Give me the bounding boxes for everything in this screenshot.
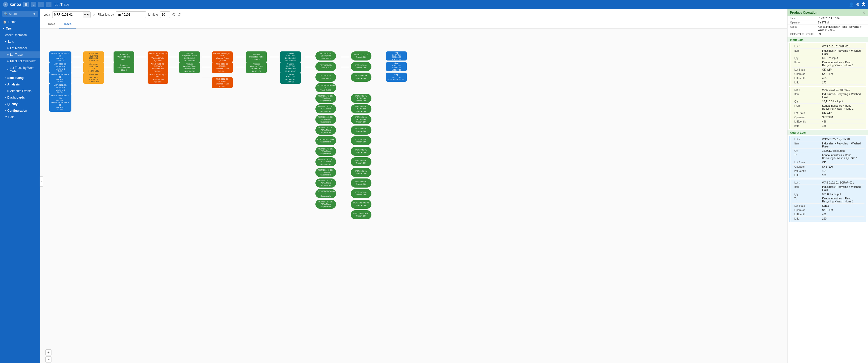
il1-qty-row: Qty 60.0 lbs input — [792, 56, 865, 60]
node-pet101-3[interactable]: PET1101-01- Truck A-001 — [315, 73, 336, 82]
node-pet-c10-12[interactable]: PET1021-01 Truck A-000 — [351, 178, 371, 188]
home-nav-btn[interactable]: ⌂ — [31, 2, 36, 7]
node-pet-r12[interactable]: PET4101-41-001 PETA Flake Supersacks — [315, 168, 336, 177]
sidebar-item-lot-manager[interactable]: Lot Manager — [0, 45, 40, 52]
node-mrf0101-01-3[interactable]: MRF-0101-01-MRF-01- Mix Bits 1 78.9 lbs — [49, 73, 71, 84]
node-consume-1[interactable]: Consume SYSTEM 2023-01-02 14:34:50.767 — [83, 52, 104, 63]
sidebar-item-dashboards[interactable]: › Dashboards — [0, 94, 40, 101]
tab-trace[interactable]: Trace — [59, 20, 76, 29]
filter-input[interactable] — [116, 11, 146, 18]
node-was0102-scrap-qc[interactable]: WAS-0102-01-SCRAP- Washed Flake QC Site … — [212, 77, 232, 88]
sign-out-icon[interactable]: ⏻ — [862, 2, 866, 7]
sidebar-item-analysis[interactable]: › Analysis — [0, 81, 40, 88]
node-consume-3[interactable]: Consume Mix Line 1 2023-01-02 14:37:84.9… — [83, 73, 104, 84]
node-produce-inspect-2[interactable]: Produce Washed Flake 2023-01-02 14:37:84… — [179, 62, 200, 73]
node-transfer-denon-2[interactable]: Transfer SYSTEM 2023-01-02 15:10:35.87 — [280, 62, 301, 73]
node-pet-r11[interactable]: PET4202-41-001 PETA Flake Supersacks — [315, 157, 336, 166]
node-was0101-01-wip-1[interactable]: WAS-0101-01-QC1-001 Washed Flake QC Site — [148, 52, 168, 63]
node-ship-3[interactable]: Ship SYSTEM 2023-01-23 13:57:15.7 — [386, 73, 407, 82]
node-was0101-scrap-1[interactable]: WAS-0101-01-SCRAP- Washed Flake QC Site … — [148, 62, 168, 73]
user-icon[interactable]: 👤 — [849, 2, 854, 7]
lot-input[interactable] — [53, 11, 83, 18]
node-ship-2[interactable]: Ship SYSTEM 2023-01-23 15:59:44.16 — [386, 62, 407, 71]
zoom-in-btn[interactable]: + — [45, 350, 52, 356]
node-pet101-4[interactable]: PET1101-01-Denon 1- Truck A-001 — [315, 83, 336, 92]
main-area: Lot # ▾ ✕ Filter lots by Limit to ⊘ ↺ Ta… — [40, 9, 868, 363]
refresh-btn[interactable]: ↺ — [177, 12, 181, 17]
sidebar-item-attribute-events[interactable]: Attribute Events — [0, 88, 40, 94]
hamburger-menu-btn[interactable]: ☰ — [23, 2, 29, 7]
node-transfer-denon-1[interactable]: Transfer SYSTEM 2023-01-02 15:03:05.67 — [280, 52, 301, 63]
node-pet-r14[interactable]: PET1101-01-Denon 1 Supersacks — [315, 189, 336, 198]
node-pet-r15[interactable]: PET4101-01-001 PETA Flake Supersacks — [315, 200, 336, 209]
sidebar-collapse-btn[interactable]: ‹ — [40, 176, 43, 187]
node-pet-c10-10[interactable]: PET1021-01 Truck A-000 — [351, 157, 371, 166]
tab-table[interactable]: Table — [43, 20, 59, 29]
sidebar-item-lot-trace[interactable]: Lot Trace — [0, 52, 40, 58]
sidebar-item-scheduling[interactable]: › Scheduling — [0, 75, 40, 81]
node-pet-c10-1[interactable]: PET1021-01-01 Truck A-000 — [351, 52, 371, 61]
back-nav-btn[interactable]: ‹ — [38, 2, 44, 7]
node-pet-r7[interactable]: PET4101-41-001 PETA Flake Supersacks — [315, 115, 336, 124]
sidebar-item-ops[interactable]: ▾ Ops — [0, 25, 40, 32]
node-pet-c10-5[interactable]: PET1021-01 PETA Flake Truck A-000 — [351, 104, 371, 113]
sidebar-item-asset-operation[interactable]: Asset Operation — [0, 32, 40, 38]
node-produce-inspect-1[interactable]: Produce Inspected Flake 2023-01-02 13:14… — [179, 52, 200, 63]
node-pet-c10-6[interactable]: PET1021-01 PETA Flake Truck A-000 — [351, 115, 371, 124]
node-produce-washed-1[interactable]: Produce Washed Flake Line 1 — [114, 52, 134, 63]
stop-btn[interactable]: ⊘ — [172, 12, 175, 17]
node-pet-c10-14[interactable]: PET1102-20-204 Truck A-000 — [351, 200, 371, 209]
canvas-area[interactable]: MRF-0101-01-MRF-01- Mix Bits 1 123.4 lbs… — [40, 29, 868, 363]
eye-icon[interactable]: 👁 — [33, 12, 36, 15]
node-pet-c10-15[interactable]: PET1102-41-001 Truck A-000 — [351, 210, 371, 219]
node-pet-c10-8[interactable]: PET1021-01 Truck A-000 — [351, 136, 371, 145]
node-pet-c10-4[interactable]: PET1021-01 PETA Flake Truck A-000 — [351, 94, 371, 103]
node-consume-2[interactable]: Consume SYSTEM 2023-01-02 14:37:84.901 — [83, 62, 104, 73]
sidebar-item-configuration[interactable]: › Configuration — [0, 107, 40, 114]
sidebar-item-lots[interactable]: ▾ Lots — [0, 38, 40, 45]
node-mrf0101-01-6[interactable]: MRF-0101-01-MRF-01- Mix Bits 1 12.3 lbs — [49, 101, 71, 112]
node-was0101-01-qc-1[interactable]: WAS-0101-01-QC1-001 Washed Flake QC Site — [212, 52, 232, 63]
node-pet101-2[interactable]: PET1101-01- Truck A-001 — [315, 62, 336, 71]
node-was0102-01-wip-1[interactable]: WAS-0102-01-QC1-001 Washed Flake QC Site — [148, 73, 168, 84]
node-pet-c10-13[interactable]: PET1021-01 Truck A-000 — [351, 189, 371, 198]
node-ship-1[interactable]: Ship SYSTEM 2023-01-23 16:51:13.607 — [386, 52, 407, 61]
node-pet-r5[interactable]: PET4101-41-001 PETA Flake Supersacks — [315, 94, 336, 103]
node-pet-r8[interactable]: PET4101-41-001 PETA Flake Supersacks — [315, 126, 336, 135]
zoom-out-btn[interactable]: − — [45, 357, 52, 363]
node-mrf0101-scrap-1[interactable]: MRF-0101-01-SCRAP-0 Mix Line 1 45.6 lbs — [49, 62, 71, 73]
operator-label: Operator — [790, 21, 818, 24]
node-process-denon-1[interactable]: Process Inspected Flake Denon 1 — [246, 52, 267, 63]
lot-dropdown[interactable]: ▾ — [83, 11, 90, 18]
node-transfer-denon-3[interactable]: Transfer SYSTEM 2023-01-02 15:09:38 — [280, 73, 301, 84]
node-pet-c10-9[interactable]: PET1021-01 Truck A-000 — [351, 147, 371, 156]
il2-from-row: From Kanoa Industries > Reno Recycling >… — [792, 104, 865, 111]
search-input[interactable] — [9, 12, 32, 15]
sidebar-item-quality[interactable]: › Quality — [0, 101, 40, 107]
node-pet101-1[interactable]: PET1101-01-SCRAP-00 Truck A-001 — [315, 52, 336, 61]
sidebar-item-help[interactable]: ? Help — [0, 114, 40, 121]
node-pet-r10[interactable]: PET4101-41-001 PETA Flake Supersacks — [315, 147, 336, 156]
settings-icon[interactable]: ⚙ — [856, 2, 860, 7]
node-mrf0101-01-wip001-1[interactable]: MRF-0101-01-MRF-01- Mix Bits 1 123.4 lbs — [49, 52, 71, 63]
node-pet-c10-7[interactable]: PET1021-01 Truck A-000 — [351, 126, 371, 135]
forward-nav-btn[interactable]: › — [46, 2, 52, 7]
node-pet-c10-3[interactable]: PET1021-22 Truck A-000 — [351, 73, 371, 82]
node-pet-r9[interactable]: PET1101-01-Truck Supersacks — [315, 136, 336, 145]
ol1-qty-value: 15,361.0 lbs output — [822, 149, 862, 152]
sidebar-item-plant-lot-overview[interactable]: Plant Lot Overview — [0, 58, 40, 65]
lot-clear-btn[interactable]: ✕ — [93, 12, 96, 16]
sidebar-item-lot-trace-wo[interactable]: Lot Trace by Work Order — [0, 65, 40, 75]
node-mrf0101-scrap-2[interactable]: MRF-0102-01-SCRAP-0 Mix Line 1 56.7 lbs — [49, 83, 71, 94]
node-process-denon-2[interactable]: Process Washed Flake 2023-01-02 14:58:17… — [246, 62, 267, 73]
node-pet-c10-2[interactable]: PET1021-01 Truck A-000 — [351, 62, 371, 71]
node-produce-washed-2[interactable]: Produce Washed Flake Line 2 — [114, 62, 134, 73]
node-was0101-scrap-qc-1[interactable]: WAS-0101-01-SCRAP- Washed Flake QC Site … — [212, 62, 232, 73]
node-pet-r6[interactable]: PET4101-41-001 PETA Flake Supersacks — [315, 104, 336, 113]
sidebar-item-home[interactable]: 🏠 Home — [0, 19, 40, 25]
panel-close-btn[interactable]: ✕ — [863, 10, 866, 14]
node-pet-r13[interactable]: PET4101-41-001 PETA Flake Supersacks — [315, 178, 336, 188]
limit-input[interactable] — [160, 11, 170, 18]
right-panel: Produce Operation ✕ Time 01-02-25 14:37:… — [787, 9, 868, 363]
node-pet-c10-11[interactable]: PET1021-01 Truck A-000 — [351, 168, 371, 177]
